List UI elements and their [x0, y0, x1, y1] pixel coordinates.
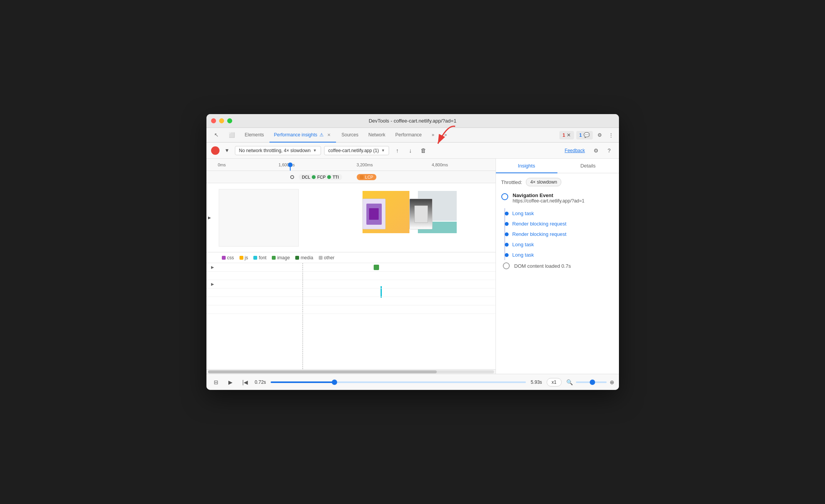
time-slider-thumb[interactable]: [332, 380, 337, 385]
zoom-thumb[interactable]: [590, 380, 595, 385]
legend-image: image: [272, 255, 290, 260]
download-icon: ↓: [409, 147, 412, 154]
feedback-link[interactable]: Feedback: [565, 148, 585, 153]
url-label: coffee-cart.netlify.app (1): [328, 148, 379, 153]
tab-cursor-tool[interactable]: ↖: [210, 128, 223, 143]
zoom-in-icon[interactable]: ⊕: [610, 379, 614, 385]
css-dot: [222, 256, 226, 260]
network-row-3: ▶: [206, 280, 496, 288]
errors-badge[interactable]: 1 ✕: [559, 131, 574, 139]
upload-button[interactable]: ↑: [392, 146, 402, 156]
tab-close-performance-insights[interactable]: ✕: [326, 132, 331, 138]
other-label: other: [324, 255, 334, 260]
expand-filmstrip[interactable]: ▶: [208, 216, 211, 220]
filmstrip-area: ▶: [206, 183, 496, 252]
network-waterfall: ▶ ▶: [206, 263, 496, 369]
timeline-item-5: Long task: [501, 250, 614, 260]
time-slider[interactable]: [271, 381, 526, 383]
tab-performance-label: »: [432, 132, 434, 138]
tab-performance[interactable]: »: [427, 128, 439, 143]
more-options-button[interactable]: ⋮: [607, 131, 616, 140]
minimize-button[interactable]: [219, 118, 224, 123]
dom-event-circle: [503, 262, 510, 269]
messages-badge[interactable]: 1 💬: [576, 131, 593, 139]
throttle-chevron-icon: ▼: [313, 148, 317, 153]
insights-tab-label: Insights: [518, 163, 535, 169]
maximize-button[interactable]: [227, 118, 232, 123]
horizontal-scrollbar[interactable]: [206, 369, 496, 374]
expand-row-3[interactable]: ▶: [206, 282, 219, 286]
tti-label: TTI: [333, 175, 339, 179]
zoom-track[interactable]: [576, 381, 607, 383]
metrics-bar: DCL FCP TTI LCP: [206, 171, 496, 183]
network-row-6: [206, 305, 496, 314]
tab-network-label: Performance: [395, 132, 422, 138]
cursor-icon: ↖: [214, 132, 219, 138]
thumbnail-2: [409, 199, 432, 229]
tab-sources[interactable]: Network: [364, 128, 390, 143]
expand-row-1[interactable]: ▶: [206, 265, 219, 269]
long-task-2-link[interactable]: Long task: [512, 242, 534, 247]
download-button[interactable]: ↓: [405, 146, 415, 156]
render-blocking-2-link[interactable]: Render blocking request: [512, 231, 567, 237]
filmstrip-content: ▶: [219, 183, 496, 252]
dom-event-label: DOM content loaded 0.7s: [514, 263, 571, 269]
dom-content-loaded-event: DOM content loaded 0.7s: [501, 260, 614, 272]
settings-icon-toolbar[interactable]: ⚙: [591, 146, 601, 156]
tab-performance-insights[interactable]: Performance insights ⚠ ✕: [269, 128, 336, 143]
help-button[interactable]: ?: [604, 146, 614, 156]
start-time-label: 0.72s: [255, 380, 266, 385]
css-label: css: [227, 255, 234, 260]
details-tab[interactable]: Details: [557, 159, 619, 173]
record-button[interactable]: [211, 146, 220, 155]
throttle-dropdown[interactable]: No network throttling, 4× slowdown ▼: [235, 146, 321, 155]
settings-button[interactable]: ⚙: [595, 131, 604, 140]
long-task-3-link[interactable]: Long task: [512, 252, 534, 258]
network-row-2: [206, 272, 496, 280]
long-task-2-row: Long task: [507, 239, 614, 250]
tab-network[interactable]: Performance: [391, 128, 426, 143]
media-dot: [295, 256, 299, 260]
close-button[interactable]: [211, 118, 216, 123]
insights-tab[interactable]: Insights: [496, 159, 557, 173]
playhead-marker[interactable]: [288, 162, 293, 167]
legend-row: css js font image media: [206, 252, 496, 263]
url-dropdown[interactable]: coffee-cart.netlify.app (1) ▼: [324, 146, 389, 155]
scrollbar-track[interactable]: [208, 370, 494, 373]
panel-tabs: Insights Details: [496, 159, 619, 173]
time-slider-container: [271, 381, 526, 383]
throttle-label: No network throttling, 4× slowdown: [239, 148, 311, 153]
timeline-item-4: Long task: [501, 239, 614, 250]
nav-event-content: Navigation Event https://coffee-cart.net…: [513, 192, 585, 204]
js-dot: [240, 256, 243, 260]
tab-elements[interactable]: Elements: [240, 128, 269, 143]
speed-badge[interactable]: x1: [547, 378, 562, 386]
long-task-1-link[interactable]: Long task: [512, 211, 534, 216]
zoom-out-icon[interactable]: 🔍: [566, 379, 573, 385]
gear-icon: ⚙: [597, 132, 602, 138]
long-task-1-row: Long task: [507, 208, 614, 219]
tab-sources-label: Network: [368, 132, 385, 138]
record-dropdown[interactable]: ▼: [223, 146, 232, 155]
legend-media: media: [295, 255, 313, 260]
tab-console[interactable]: Sources: [337, 128, 363, 143]
dot-2: [505, 222, 509, 226]
screen-reader-button[interactable]: ⊟: [211, 377, 221, 387]
tab-elements-label: Elements: [245, 132, 264, 138]
play-button[interactable]: ▶: [226, 377, 236, 387]
time-marker-3200: 3,200ms: [357, 162, 373, 167]
nav-event-title: Navigation Event: [513, 192, 585, 198]
warning-icon: ⚠: [319, 132, 324, 138]
tab-more[interactable]: »: [440, 128, 452, 143]
lcp-label: LCP: [365, 175, 373, 179]
scrollbar-thumb[interactable]: [208, 370, 437, 373]
tab-inspect-tool[interactable]: ⬜: [224, 128, 240, 143]
media-label: media: [301, 255, 313, 260]
thumbnail-1: [363, 199, 386, 229]
timeline-item-2: Render blocking request: [501, 219, 614, 229]
image-dot: [272, 256, 276, 260]
skip-to-start-button[interactable]: |◀: [240, 377, 250, 387]
render-blocking-1-link[interactable]: Render blocking request: [512, 221, 567, 227]
delete-button[interactable]: 🗑: [418, 146, 428, 156]
details-tab-label: Details: [580, 163, 596, 169]
